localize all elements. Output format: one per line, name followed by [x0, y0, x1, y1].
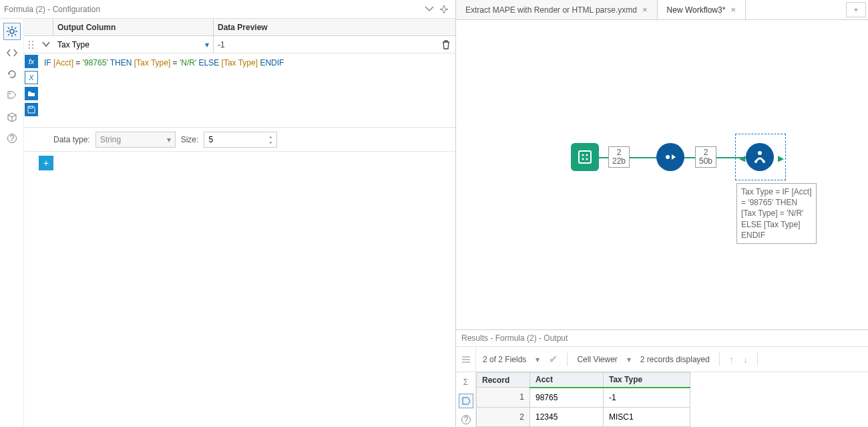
configuration-panel: Formula (2) - Configuration ? Output Col… [0, 0, 456, 427]
table-row[interactable]: 2 12345 MISC1 [477, 407, 690, 427]
dropdown-caret-icon: ▾ [205, 40, 209, 49]
fields-count-label[interactable]: 2 of 2 Fields [483, 355, 526, 364]
col-taxtype[interactable]: Tax Type [604, 373, 690, 388]
refresh-icon[interactable] [3, 65, 21, 83]
cell-taxtype: MISC1 [604, 407, 690, 427]
expression-row: fx X IF [Acct] = '98765' THEN [Tax Type]… [24, 53, 455, 128]
svg-point-20 [586, 154, 588, 156]
svg-rect-13 [32, 41, 33, 42]
svg-line-7 [15, 27, 16, 29]
svg-text:?: ? [9, 134, 14, 143]
collapse-icon[interactable] [422, 2, 437, 17]
folder-icon[interactable] [25, 87, 38, 100]
svg-point-26 [754, 160, 757, 163]
config-side-icons: ? [0, 19, 24, 427]
cell-viewer-label[interactable]: Cell Viewer [577, 355, 617, 364]
close-tab-icon[interactable]: × [730, 5, 736, 15]
expression-editor[interactable]: IF [Acct] = '98765' THEN [Tax Type] = 'N… [39, 53, 455, 127]
svg-point-25 [758, 151, 762, 155]
badge-size: 22b [612, 157, 626, 166]
formula-field-row: Tax Type ▾ -1 [24, 36, 455, 53]
gear-icon[interactable] [3, 23, 21, 40]
input-tool-node[interactable] [571, 143, 599, 171]
results-help-icon[interactable]: ? [459, 412, 473, 427]
select-tool-node[interactable] [656, 143, 684, 171]
svg-rect-16 [29, 47, 30, 49]
cell-acct: 12345 [530, 407, 604, 427]
col-record[interactable]: Record [477, 373, 530, 388]
tab-extract-mape[interactable]: Extract MAPE with Render or HTML parse.y… [456, 0, 658, 19]
formula-column-headers: Output Column Data Preview [24, 19, 455, 36]
workflow-canvas[interactable]: 2 22b 2 50b ◀ ▶ Tax Type = IF [Acct] = '… [456, 20, 868, 329]
results-side-icons: Σ ? [456, 372, 476, 427]
svg-line-8 [8, 34, 9, 35]
header-output-column: Output Column [53, 19, 214, 35]
data-type-select[interactable]: String ▾ [95, 132, 176, 148]
svg-point-27 [763, 160, 765, 163]
data-type-row: Data type: String ▾ Size: 5 ▲▼ [24, 128, 455, 152]
size-label: Size: [181, 135, 199, 144]
expand-icon[interactable] [39, 36, 53, 53]
data-type-value: String [100, 135, 121, 144]
svg-rect-15 [32, 44, 33, 45]
svg-rect-17 [32, 47, 33, 49]
next-arrow-icon[interactable]: ↓ [743, 354, 748, 365]
size-value: 5 [208, 135, 213, 144]
size-input[interactable]: 5 ▲▼ [204, 132, 277, 148]
svg-rect-12 [29, 41, 30, 42]
svg-rect-14 [29, 44, 30, 45]
tab-new-workflow[interactable]: New Workflow3* × [658, 0, 746, 19]
tab-label: Extract MAPE with Render or HTML parse.y… [465, 5, 637, 15]
svg-text:?: ? [463, 415, 468, 424]
tab-label: New Workflow3* [667, 5, 726, 15]
row-handle-icon[interactable] [24, 36, 39, 53]
config-title: Formula (2) - Configuration [4, 5, 422, 14]
delete-formula-button[interactable] [437, 36, 455, 53]
results-data-icon[interactable] [459, 394, 473, 408]
formula-tool-node[interactable] [746, 143, 774, 171]
size-spinner[interactable]: ▲▼ [266, 134, 275, 146]
formula-tooltip: Tax Type = IF [Acct] = '98765' THEN [Tax… [736, 183, 817, 244]
fields-caret-icon[interactable]: ▾ [535, 355, 539, 364]
connection-badge-1[interactable]: 2 22b [608, 146, 630, 168]
output-column-value: Tax Type [57, 40, 89, 49]
config-header: Formula (2) - Configuration [0, 0, 455, 19]
check-icon[interactable]: ✔ [549, 353, 558, 366]
xml-icon[interactable] [3, 44, 21, 61]
fx-icon[interactable]: fx [25, 55, 38, 68]
output-anchor-icon[interactable]: ▶ [778, 154, 784, 163]
svg-point-0 [10, 29, 14, 33]
cell-record: 1 [477, 388, 530, 408]
svg-line-5 [8, 27, 9, 29]
output-column-select[interactable]: Tax Type ▾ [53, 36, 214, 53]
formula-tool-icon [746, 143, 774, 171]
help-icon[interactable]: ? [3, 130, 21, 147]
pin-icon[interactable] [437, 2, 451, 17]
col-acct[interactable]: Acct [530, 373, 604, 388]
tag-icon[interactable] [3, 87, 21, 104]
results-table[interactable]: Record Acct Tax Type 1 98765 -1 2 12345 … [476, 372, 690, 427]
cellviewer-caret-icon[interactable]: ▾ [627, 355, 631, 364]
table-row[interactable]: 1 98765 -1 [477, 388, 690, 408]
input-tool-icon [571, 143, 599, 171]
results-toolbar-left-icon[interactable] [456, 347, 476, 372]
prev-arrow-icon[interactable]: ↑ [729, 354, 734, 365]
sigma-icon[interactable]: Σ [459, 375, 473, 390]
package-icon[interactable] [3, 108, 21, 126]
svg-rect-18 [579, 151, 591, 163]
close-tab-icon[interactable]: × [642, 5, 648, 15]
cell-record: 2 [477, 407, 530, 427]
connection-badge-2[interactable]: 2 50b [695, 146, 716, 168]
records-displayed-label: 2 records displayed [640, 355, 710, 364]
cell-taxtype: -1 [604, 388, 690, 408]
add-formula-button[interactable]: + [39, 156, 53, 170]
results-title: Results - Formula (2) - Output [461, 333, 568, 343]
input-anchor-icon[interactable]: ◀ [739, 154, 745, 163]
caret-down-icon: ▾ [167, 135, 171, 144]
x-var-icon[interactable]: X [25, 71, 38, 84]
svg-point-9 [9, 93, 11, 94]
svg-line-6 [15, 34, 16, 35]
save-icon[interactable] [25, 103, 38, 116]
add-tab-button[interactable]: + [846, 2, 866, 17]
expression-gutter: fx X [24, 53, 39, 127]
